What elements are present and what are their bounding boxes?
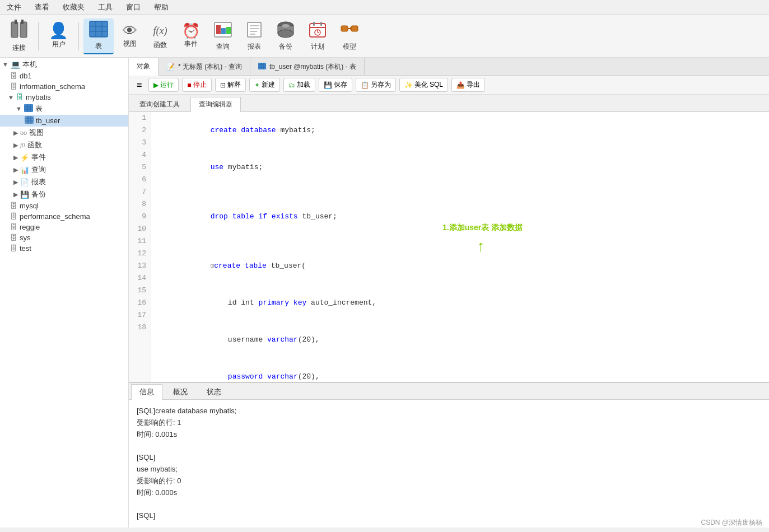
db1-icon: 🗄 bbox=[10, 72, 17, 80]
menu-view[interactable]: 查看 bbox=[32, 1, 52, 13]
toolbar-view[interactable]: 👁 视图 bbox=[116, 21, 144, 51]
code-content: create database mybatis; use mybatis; dr… bbox=[151, 112, 769, 382]
sub-tabs: 查询创建工具 查询编辑器 bbox=[129, 95, 769, 112]
tab-tb-user[interactable]: tb_user @mybatis (本机) - 表 bbox=[250, 58, 365, 75]
toolbar-query[interactable]: 查询 bbox=[208, 19, 238, 54]
new-button[interactable]: ✦ 新建 bbox=[249, 78, 280, 92]
save-button[interactable]: 💾 保存 bbox=[319, 78, 352, 92]
tab-object[interactable]: 对象 bbox=[129, 58, 159, 76]
sidebar-item-tb-user[interactable]: tb_user bbox=[0, 115, 128, 127]
toolbar-model[interactable]: 模型 bbox=[334, 19, 365, 54]
sidebar-item-events[interactable]: ▶ ⚡ 事件 bbox=[0, 151, 128, 164]
explain-icon: ⊡ bbox=[220, 81, 226, 89]
sidebar-item-mybatis[interactable]: ▼ 🗄 mybatis bbox=[0, 92, 128, 102]
sidebar-item-db1[interactable]: 🗄 db1 bbox=[0, 71, 128, 81]
sidebar-item-test[interactable]: 🗄 test bbox=[0, 243, 128, 254]
stop-label: 停止 bbox=[193, 80, 207, 90]
sidebar-item-information-schema[interactable]: 🗄 information_schema bbox=[0, 81, 128, 92]
run-label: 运行 bbox=[160, 80, 174, 90]
log-line-6: use mybatis; bbox=[137, 464, 761, 475]
bottom-tab-info-label: 信息 bbox=[139, 388, 154, 396]
toolbar-connect[interactable]: 连接 bbox=[4, 17, 34, 55]
menu-favorites[interactable]: 收藏夹 bbox=[60, 1, 87, 13]
toolbar-backup[interactable]: 备份 bbox=[271, 19, 301, 54]
tab-bar: 对象 📝 * 无标题 (本机) - 查询 tb_user @mybatis (本… bbox=[129, 58, 769, 76]
stop-icon: ■ bbox=[187, 81, 191, 89]
view-icon: 👁 bbox=[123, 24, 137, 38]
event-label: 事件 bbox=[184, 39, 198, 49]
sub-tab-editor-label: 查询编辑器 bbox=[199, 100, 232, 108]
query-toolbar: ≡ ▶ 运行 ■ 停止 ⊡ 解释 ✦ 新建 🗂 加载 💾 bbox=[129, 76, 769, 95]
svg-rect-25 bbox=[320, 22, 322, 26]
toolbar-table[interactable]: 表 bbox=[83, 18, 114, 54]
menu-window[interactable]: 窗口 bbox=[124, 1, 143, 13]
menubar: 文件 查看 收藏夹 工具 窗口 帮助 bbox=[0, 0, 769, 15]
explain-button[interactable]: ⊡ 解释 bbox=[215, 78, 246, 92]
toolbar-function[interactable]: f(x) 函数 bbox=[146, 20, 174, 52]
save-as-button[interactable]: 📋 另存为 bbox=[356, 78, 396, 92]
tab-query-untitled[interactable]: 📝 * 无标题 (本机) - 查询 bbox=[159, 58, 250, 75]
hamburger-button[interactable]: ≡ bbox=[133, 78, 145, 92]
expand-mybatis: ▼ bbox=[8, 94, 14, 101]
log-line-7: 受影响的行: 0 bbox=[137, 475, 761, 487]
sidebar-item-sys[interactable]: 🗄 sys bbox=[0, 232, 128, 243]
run-button[interactable]: ▶ 运行 bbox=[148, 78, 179, 92]
user-icon: 👤 bbox=[49, 23, 68, 39]
sub-tab-create-label: 查询创建工具 bbox=[139, 100, 180, 108]
info-schema-label: information_schema bbox=[20, 82, 85, 91]
annotation-arrow: ↑ bbox=[476, 240, 486, 255]
menu-file[interactable]: 文件 bbox=[4, 1, 24, 13]
toolbar-event[interactable]: ⏰ 事件 bbox=[176, 21, 206, 51]
svg-rect-1 bbox=[20, 22, 27, 38]
perf-schema-label: performance_schema bbox=[20, 212, 90, 221]
stop-button[interactable]: ■ 停止 bbox=[182, 78, 211, 92]
toolbar-schedule[interactable]: 计划 bbox=[303, 19, 332, 54]
sidebar-item-views[interactable]: ▶ oo 视图 bbox=[0, 127, 128, 139]
svg-rect-10 bbox=[216, 25, 221, 34]
menu-tools[interactable]: 工具 bbox=[96, 1, 115, 13]
export-button[interactable]: 📤 导出 bbox=[451, 78, 485, 92]
bottom-tab-info[interactable]: 信息 bbox=[131, 384, 162, 400]
sub-tab-query-create[interactable]: 查询创建工具 bbox=[131, 97, 188, 111]
sidebar-item-reports[interactable]: ▶ 📄 报表 bbox=[0, 176, 128, 188]
sys-icon: 🗄 bbox=[10, 234, 17, 242]
table-label: 表 bbox=[95, 41, 102, 51]
view-label: 视图 bbox=[123, 39, 137, 49]
expand-tables: ▼ bbox=[16, 105, 22, 112]
beautify-button[interactable]: ✨ 美化 SQL bbox=[399, 78, 448, 92]
expand-localhost: ▼ bbox=[2, 61, 8, 68]
load-button[interactable]: 🗂 加载 bbox=[283, 78, 315, 92]
events-label: 事件 bbox=[31, 152, 46, 162]
schedule-label: 计划 bbox=[311, 42, 324, 52]
sidebar-item-queries[interactable]: ▶ 📊 查询 bbox=[0, 164, 128, 176]
toolbar-divider-1 bbox=[38, 22, 39, 50]
backups-icon: 💾 bbox=[20, 190, 29, 199]
sidebar-item-reggie[interactable]: 🗄 reggie bbox=[0, 222, 128, 232]
sidebar-item-mysql[interactable]: 🗄 mysql bbox=[0, 200, 128, 211]
tables-icon bbox=[24, 104, 33, 114]
code-line-8: username varchar(20), bbox=[158, 321, 762, 358]
watermark: CSDN @深情废杨杨 bbox=[701, 518, 762, 528]
model-label: 模型 bbox=[343, 42, 356, 52]
svg-rect-38 bbox=[25, 116, 34, 124]
bottom-tab-status[interactable]: 状态 bbox=[198, 384, 230, 399]
sub-tab-query-editor[interactable]: 查询编辑器 bbox=[190, 97, 241, 112]
toolbar-report[interactable]: 报表 bbox=[240, 19, 268, 54]
tb-user-icon bbox=[25, 116, 34, 125]
expand-functions: ▶ bbox=[13, 142, 18, 149]
expand-queries: ▶ bbox=[13, 166, 18, 174]
log-line-3: 时间: 0.001s bbox=[137, 429, 761, 441]
code-editor[interactable]: 12345 678910 1112131415 161718 create da… bbox=[129, 112, 769, 382]
menu-help[interactable]: 帮助 bbox=[152, 1, 171, 13]
svg-rect-3 bbox=[21, 20, 24, 24]
toolbar-user[interactable]: 👤 用户 bbox=[43, 21, 74, 52]
sidebar-item-perf-schema[interactable]: 🗄 performance_schema bbox=[0, 211, 128, 222]
mysql-label: mysql bbox=[20, 202, 39, 210]
sidebar-item-backups[interactable]: ▶ 💾 备份 bbox=[0, 188, 128, 200]
bottom-tab-overview[interactable]: 概况 bbox=[165, 384, 196, 399]
functions-icon: f0 bbox=[20, 142, 25, 148]
sidebar-item-functions[interactable]: ▶ f0 函数 bbox=[0, 139, 128, 151]
sidebar-item-localhost[interactable]: ▼ 💻 本机 bbox=[0, 58, 128, 71]
line-numbers: 12345 678910 1112131415 161718 bbox=[129, 112, 151, 382]
sidebar-item-tables[interactable]: ▼ 表 bbox=[0, 102, 128, 115]
